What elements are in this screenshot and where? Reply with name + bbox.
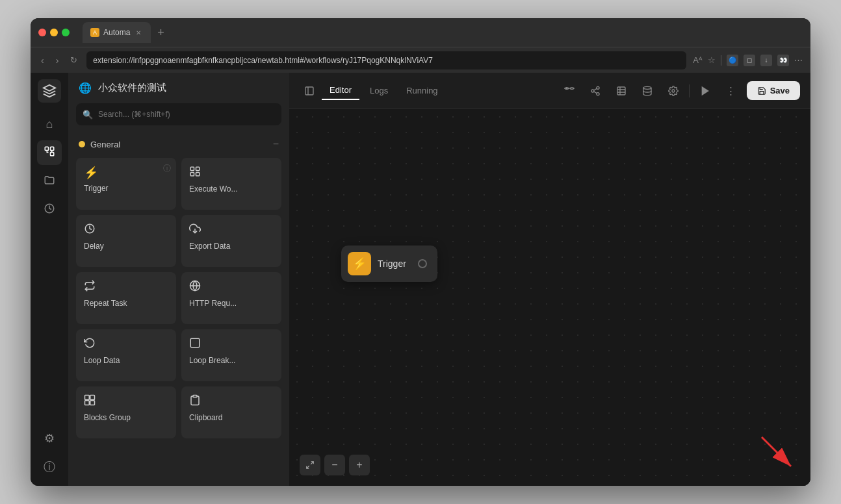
block-item-execute-workflow[interactable]: Execute Wo...: [181, 158, 281, 210]
tab-running[interactable]: Running: [398, 82, 445, 99]
canvas-toolbar-left: Editor Logs Running: [300, 81, 446, 101]
search-input[interactable]: [98, 110, 275, 119]
svg-rect-1: [51, 147, 54, 150]
maximize-button[interactable]: [62, 29, 70, 36]
svg-point-31: [672, 90, 675, 92]
trigger-node[interactable]: ⚡ Trigger: [341, 246, 437, 282]
sidebar-logo[interactable]: [38, 79, 61, 103]
sidebar-item-folder[interactable]: [37, 169, 62, 194]
category-collapse-button[interactable]: −: [273, 138, 279, 150]
svg-line-25: [593, 88, 597, 90]
tab-logs[interactable]: Logs: [362, 82, 396, 99]
workflow-settings-button[interactable]: [663, 81, 684, 101]
block-item-loop-data[interactable]: Loop Data: [76, 329, 176, 381]
browser-tab[interactable]: A Automa ✕: [83, 22, 151, 43]
more-options-icon[interactable]: ⋯: [794, 55, 803, 65]
database-button[interactable]: [637, 81, 658, 101]
block-item-loop-breakpoint[interactable]: Loop Break...: [181, 329, 281, 381]
save-button[interactable]: Save: [747, 81, 800, 100]
search-bar[interactable]: 🔍: [76, 103, 281, 125]
table-button[interactable]: [611, 81, 632, 101]
refresh-button[interactable]: ↻: [68, 53, 80, 68]
zoom-in-button[interactable]: +: [349, 455, 370, 475]
more-menu-button[interactable]: ⋮: [721, 81, 742, 101]
block-info-trigger[interactable]: ⓘ: [163, 163, 171, 174]
svg-rect-14: [90, 396, 95, 400]
sidebar: ⌂: [31, 73, 68, 486]
block-label-repeat-task: Repeat Task: [84, 299, 127, 308]
zoom-out-button[interactable]: −: [324, 455, 345, 475]
extension-icon-3[interactable]: ↓: [760, 55, 772, 66]
home-icon: ⌂: [46, 118, 53, 131]
extension-icon-1[interactable]: 🔵: [727, 55, 738, 66]
globe-icon: 🌐: [79, 82, 92, 94]
category-dot: [79, 141, 85, 147]
block-item-delay[interactable]: Delay: [76, 215, 176, 267]
block-item-http-request[interactable]: HTTP Requ...: [181, 272, 281, 324]
svg-line-24: [593, 92, 597, 94]
sidebar-toggle-button[interactable]: [300, 81, 319, 101]
svg-rect-18: [305, 87, 313, 95]
sidebar-item-workflow[interactable]: [37, 140, 62, 165]
tab-logs-label: Logs: [370, 86, 388, 95]
block-item-blocks-group[interactable]: Blocks Group: [76, 386, 176, 438]
sidebar-item-home[interactable]: ⌂: [37, 112, 62, 136]
block-icon-blocks-group: [84, 394, 96, 409]
back-button[interactable]: ‹: [38, 53, 47, 68]
block-item-trigger[interactable]: ⓘ ⚡ Trigger: [76, 158, 176, 210]
minimize-button[interactable]: [50, 29, 58, 36]
extension-icon-2[interactable]: ◻: [744, 55, 755, 66]
share-button[interactable]: [585, 81, 606, 101]
block-label-delay: Delay: [84, 242, 104, 251]
block-label-loop-breakpoint: Loop Break...: [189, 356, 235, 365]
sidebar-item-history[interactable]: [37, 197, 62, 222]
broadcast-button[interactable]: [559, 81, 580, 101]
tab-editor[interactable]: Editor: [322, 81, 359, 100]
trigger-output-connector[interactable]: [418, 259, 427, 268]
more-dots-icon: ⋮: [726, 85, 736, 97]
svg-point-20: [566, 88, 567, 88]
run-button[interactable]: [695, 81, 716, 101]
block-icon-http-request: [189, 280, 201, 295]
svg-rect-0: [45, 147, 48, 150]
block-label-loop-data: Loop Data: [84, 356, 120, 365]
block-item-export-data[interactable]: Export Data: [181, 215, 281, 267]
trigger-node-label: Trigger: [378, 258, 406, 269]
url-input[interactable]: [86, 51, 686, 69]
block-icon-delay: [84, 223, 96, 238]
category-header: General −: [76, 133, 281, 155]
svg-point-22: [591, 90, 594, 92]
block-item-repeat-task[interactable]: Repeat Task: [76, 272, 176, 324]
block-icon-execute-workflow: [189, 166, 201, 181]
svg-rect-4: [190, 167, 194, 170]
svg-line-36: [762, 437, 791, 466]
svg-rect-15: [85, 401, 90, 405]
block-item-clipboard[interactable]: Clipboard: [181, 386, 281, 438]
reader-mode-icon[interactable]: Aᴬ: [693, 55, 703, 65]
sidebar-item-settings[interactable]: ⚙: [37, 426, 62, 451]
sidebar-item-info[interactable]: ⓘ: [37, 455, 62, 479]
address-bar-icons: Aᴬ ☆ 🔵 ◻ ↓ 👀 ⋯: [693, 55, 803, 66]
close-button[interactable]: [38, 29, 46, 36]
extension-icon-wechat[interactable]: 👀: [777, 55, 789, 66]
fullscreen-button[interactable]: [300, 455, 320, 475]
forward-button[interactable]: ›: [53, 53, 62, 68]
svg-rect-17: [193, 396, 197, 397]
save-button-label: Save: [770, 86, 790, 95]
traffic-lights: [38, 29, 70, 36]
canvas[interactable]: ⚡ Trigger − +: [289, 109, 810, 486]
new-tab-button[interactable]: +: [153, 26, 168, 40]
tab-close-button[interactable]: ✕: [134, 28, 143, 37]
tab-title: Automa: [103, 28, 130, 37]
block-icon-export-data: [189, 223, 201, 238]
bookmark-icon[interactable]: ☆: [708, 55, 716, 65]
svg-point-23: [597, 92, 599, 95]
block-label-export-data: Export Data: [189, 242, 230, 251]
block-label-execute-workflow: Execute Wo...: [189, 184, 237, 194]
title-bar: A Automa ✕ +: [31, 18, 810, 47]
tab-area: A Automa ✕ +: [83, 22, 803, 43]
block-label-blocks-group: Blocks Group: [84, 413, 131, 422]
svg-rect-26: [617, 87, 625, 95]
address-bar: ‹ › ↻ Aᴬ ☆ 🔵 ◻ ↓ 👀 ⋯: [31, 47, 810, 73]
svg-rect-13: [85, 396, 90, 400]
